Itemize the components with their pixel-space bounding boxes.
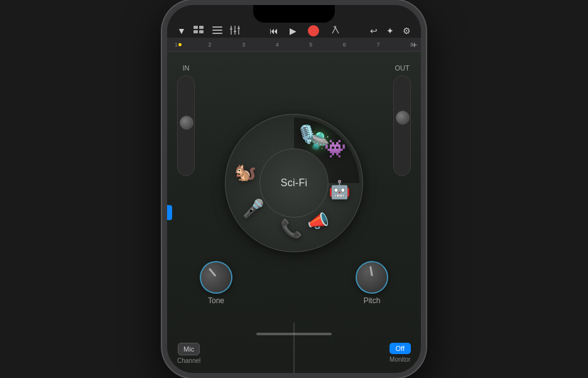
toolbar-center: ⏮ ▶ (270, 25, 340, 37)
rewind-icon[interactable]: ⏮ (270, 26, 278, 36)
out-slider[interactable] (393, 75, 411, 176)
ruler-mark-3: 3 (242, 42, 245, 48)
monster-icon[interactable]: 👾 (324, 138, 346, 158)
channel-label: Channel (177, 357, 200, 364)
vertical-line-indicator (294, 323, 295, 373)
brightness-icon[interactable]: ✦ (386, 26, 394, 36)
ruler-numbers: 1 2 3 4 5 6 7 8 (172, 42, 416, 48)
svg-rect-6 (212, 33, 222, 34)
timeline-ruler: 1 2 3 4 5 6 7 8 + (167, 38, 421, 52)
monitor-container: Off Monitor (389, 343, 411, 364)
pitch-knob[interactable] (353, 258, 391, 296)
phone-frame: ▼ (162, 0, 426, 378)
svg-rect-4 (212, 26, 222, 28)
microphone-icon[interactable]: 🎙️ (296, 123, 318, 144)
monitor-button[interactable]: Off (389, 343, 411, 354)
mic-channel-container: Mic Channel (177, 343, 200, 364)
svg-rect-12 (237, 28, 240, 29)
voice-changer-wheel[interactable]: 🛸 🎙️ 👾 🤖 📣 (225, 114, 363, 252)
ruler-mark-4: 4 (276, 42, 279, 48)
svg-rect-1 (199, 26, 204, 29)
in-slider-container: IN (177, 64, 195, 176)
mic-button[interactable]: Mic (178, 343, 200, 355)
tone-knob[interactable] (195, 256, 237, 298)
undo-icon[interactable]: ↩ (370, 26, 378, 36)
toolbar-left: ▼ (177, 26, 240, 36)
svg-rect-0 (193, 26, 198, 29)
settings-icon[interactable]: ⚙ (403, 26, 411, 36)
monitor-label: Monitor (389, 356, 410, 363)
telephone-icon[interactable]: 📞 (280, 218, 302, 238)
ruler-mark-7: 7 (376, 42, 379, 48)
in-slider[interactable] (177, 75, 195, 176)
instrument-area: IN OUT (167, 52, 421, 373)
svg-rect-10 (230, 28, 232, 30)
ruler-mark-5: 5 (309, 42, 312, 48)
ruler-mark-6: 6 (343, 42, 346, 48)
in-slider-thumb[interactable] (180, 116, 193, 130)
list-view-icon[interactable] (212, 26, 222, 36)
out-slider-thumb[interactable] (396, 111, 410, 125)
wheel-center[interactable]: Sci-Fi (259, 148, 329, 218)
svg-rect-3 (199, 30, 204, 33)
mixer-icon[interactable] (230, 26, 240, 36)
tuner-icon[interactable] (330, 25, 340, 37)
toolbar-right: ↩ ✦ ⚙ (370, 26, 411, 36)
svg-rect-5 (212, 30, 222, 31)
playhead-dot (178, 43, 182, 46)
svg-rect-2 (193, 30, 198, 33)
notch (253, 5, 335, 23)
gold-mic-icon[interactable]: 🎤 (242, 197, 264, 218)
ruler-mark-1: 1 (175, 42, 178, 48)
ruler-mark-2: 2 (209, 42, 212, 48)
track-indicator (167, 205, 172, 220)
out-slider-container: OUT (393, 64, 411, 176)
out-label: OUT (395, 64, 409, 72)
in-label: IN (183, 64, 190, 72)
pitch-label: Pitch (364, 296, 381, 305)
tone-label: Tone (208, 296, 224, 305)
squirrel-icon[interactable]: 🐿️ (234, 161, 256, 182)
track-view-icon[interactable] (193, 26, 205, 36)
svg-rect-11 (234, 31, 236, 32)
wheel-outer: 🛸 🎙️ 👾 🤖 📣 (225, 114, 363, 252)
play-icon[interactable]: ▶ (290, 26, 297, 36)
screen: ▼ (167, 5, 421, 373)
add-track-button[interactable]: + (412, 40, 417, 50)
record-button[interactable] (308, 25, 319, 36)
dropdown-icon[interactable]: ▼ (177, 26, 186, 36)
selected-effect-label: Sci-Fi (281, 177, 308, 189)
robot-icon[interactable]: 🤖 (329, 179, 351, 199)
